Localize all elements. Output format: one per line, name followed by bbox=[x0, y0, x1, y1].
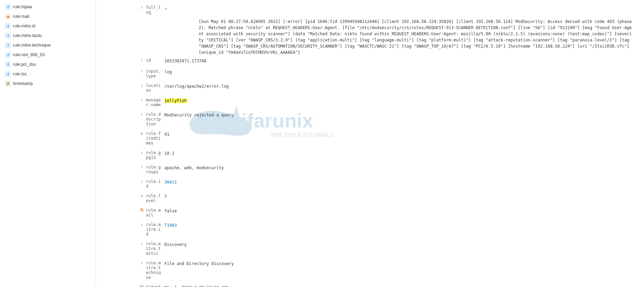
text-field-icon: t bbox=[139, 241, 144, 246]
full-log-value: [Sun May 01 08:27:50.626005 2022] [:erro… bbox=[199, 18, 637, 55]
text-field-icon: t bbox=[5, 42, 11, 48]
field-value: log bbox=[161, 69, 637, 75]
detail-row-timestamp: timestampMay 1, 2022 @ 08:27:51.421 bbox=[103, 282, 637, 287]
detail-row-input-type: tinput.typelog bbox=[103, 66, 637, 81]
boolean-field-icon bbox=[139, 208, 144, 213]
field-value[interactable]: T1083 bbox=[161, 222, 637, 228]
detail-row-manager-name: tmanager.namejellyfish bbox=[103, 95, 637, 110]
text-field-icon: t bbox=[139, 261, 144, 265]
text-field-icon: t bbox=[139, 179, 144, 184]
field-key-full-log: full_log bbox=[146, 5, 161, 15]
field-key: rule.groups bbox=[146, 165, 161, 174]
field-key: input.type bbox=[146, 69, 161, 78]
field-value[interactable]: 30411 bbox=[161, 179, 637, 185]
field-key: location bbox=[146, 83, 161, 93]
field-key: id bbox=[146, 58, 151, 63]
field-key: rule.mitre.id bbox=[146, 222, 161, 237]
field-key: manager.name bbox=[146, 98, 161, 107]
document-detail-panel: ifarunix *NIX TIPS & TUTORIALS t full_lo… bbox=[96, 0, 644, 287]
text-field-icon: t bbox=[5, 23, 11, 29]
detail-row-full-log: t full_log › bbox=[103, 3, 637, 17]
field-value: 7 bbox=[161, 194, 637, 200]
field-value: May 1, 2022 @ 08:27:51.421 bbox=[161, 285, 637, 287]
text-field-icon: t bbox=[5, 33, 11, 39]
date-field-icon bbox=[139, 285, 144, 287]
field-key: rule.id bbox=[146, 179, 161, 189]
sidebar-item-rule-mail[interactable]: ●rule.mail bbox=[3, 12, 93, 21]
text-field-icon: t bbox=[139, 222, 144, 227]
field-value: 41 bbox=[161, 131, 637, 137]
sidebar-item-label: rule.mitre.tactic bbox=[13, 33, 42, 38]
sidebar-item-rule-pci-dss[interactable]: trule.pci_dss bbox=[3, 60, 93, 69]
text-field-icon: t bbox=[139, 98, 144, 102]
field-value: ModSecurity rejected a query bbox=[161, 112, 637, 118]
sidebar-item-rule-mitre-tactic[interactable]: trule.mitre.tactic bbox=[3, 31, 93, 40]
sidebar-item-rule-tsc[interactable]: trule.tsc bbox=[3, 69, 93, 79]
detail-row-rule-id: trule.id30411 bbox=[103, 177, 637, 191]
sidebar-item-label: rule.hipaa bbox=[13, 4, 32, 9]
sidebar-item-label: rule.mail bbox=[13, 14, 29, 19]
detail-row-id: tid1651382871.173748 bbox=[103, 55, 637, 66]
text-field-icon: t bbox=[5, 61, 11, 67]
field-value: /var/log/apache2/error.log bbox=[161, 83, 637, 89]
field-key: rule.mail bbox=[146, 208, 161, 217]
detail-row-rule-gpg13: trule.gpg1310.1 bbox=[103, 148, 637, 162]
expand-icon[interactable]: › bbox=[164, 5, 167, 12]
text-field-icon: t bbox=[139, 83, 144, 88]
field-value: Discovery bbox=[161, 241, 637, 248]
sidebar-item-rule-hipaa[interactable]: trule.hipaa bbox=[3, 2, 93, 12]
field-value: 1651382871.173748 bbox=[161, 58, 637, 64]
number-field-icon: # bbox=[139, 194, 144, 198]
detail-row-rule-level: #rule.level7 bbox=[103, 191, 637, 205]
detail-row-rule-mail: rule.mailfalse bbox=[103, 205, 637, 220]
field-key: rule.description bbox=[146, 112, 161, 126]
text-field-icon: t bbox=[139, 165, 144, 170]
text-field-icon: t bbox=[139, 112, 144, 117]
field-key: rule.firedtimes bbox=[146, 131, 161, 146]
text-field-icon: t bbox=[5, 52, 11, 58]
detail-row-rule-description: trule.descriptionModSecurity rejected a … bbox=[103, 110, 637, 129]
sidebar-item-label: rule.nist_800_53 bbox=[13, 52, 45, 57]
detail-row-rule-mitre-id: trule.mitre.idT1083 bbox=[103, 220, 637, 239]
field-type-icon: t bbox=[139, 5, 144, 10]
field-sidebar: trule.hipaa●rule.mailtrule.mitre.idtrule… bbox=[0, 0, 96, 287]
field-value: apache, web, modsecurity bbox=[161, 165, 637, 171]
field-value: 10.1 bbox=[161, 150, 637, 157]
sidebar-item-label: rule.tsc bbox=[13, 72, 27, 76]
field-value: false bbox=[161, 208, 637, 214]
text-field-icon: t bbox=[139, 69, 144, 74]
field-key: rule.mitre.tactic bbox=[146, 241, 161, 256]
sidebar-item-label: timestamp bbox=[13, 81, 33, 86]
detail-row-rule-mitre-tactic: trule.mitre.tacticDiscovery bbox=[103, 239, 637, 258]
number-field-icon: # bbox=[139, 131, 144, 136]
sidebar-item-timestamp[interactable]: 🗓timestamp bbox=[3, 79, 93, 88]
sidebar-item-rule-mitre-technique[interactable]: trule.mitre.technique bbox=[3, 40, 93, 50]
text-field-icon: t bbox=[139, 58, 144, 63]
field-key: timestamp bbox=[146, 285, 161, 287]
sidebar-item-label: rule.mitre.id bbox=[13, 24, 35, 28]
sidebar-item-rule-mitre-id[interactable]: trule.mitre.id bbox=[3, 21, 93, 31]
text-field-icon: t bbox=[5, 71, 11, 77]
text-field-icon: t bbox=[139, 150, 144, 155]
sidebar-item-rule-nist-800-53[interactable]: trule.nist_800_53 bbox=[3, 50, 93, 60]
field-value: File and Directory Discovery bbox=[161, 261, 637, 267]
field-key: rule.level bbox=[146, 194, 161, 203]
boolean-field-icon: ● bbox=[5, 13, 11, 20]
field-key: rule.mitre.technique bbox=[146, 261, 161, 280]
detail-row-location: tlocation/var/log/apache2/error.log bbox=[103, 81, 637, 95]
detail-row-rule-firedtimes: #rule.firedtimes41 bbox=[103, 129, 637, 148]
detail-row-rule-groups: trule.groupsapache, web, modsecurity bbox=[103, 162, 637, 177]
sidebar-item-label: rule.mitre.technique bbox=[13, 43, 51, 48]
field-value: jellyfish bbox=[161, 98, 637, 104]
field-key: rule.gpg13 bbox=[146, 150, 161, 160]
detail-row-rule-mitre-technique: trule.mitre.techniqueFile and Directory … bbox=[103, 258, 637, 282]
sidebar-item-label: rule.pci_dss bbox=[13, 62, 36, 67]
text-field-icon: t bbox=[5, 4, 11, 10]
date-field-icon: 🗓 bbox=[5, 80, 11, 87]
